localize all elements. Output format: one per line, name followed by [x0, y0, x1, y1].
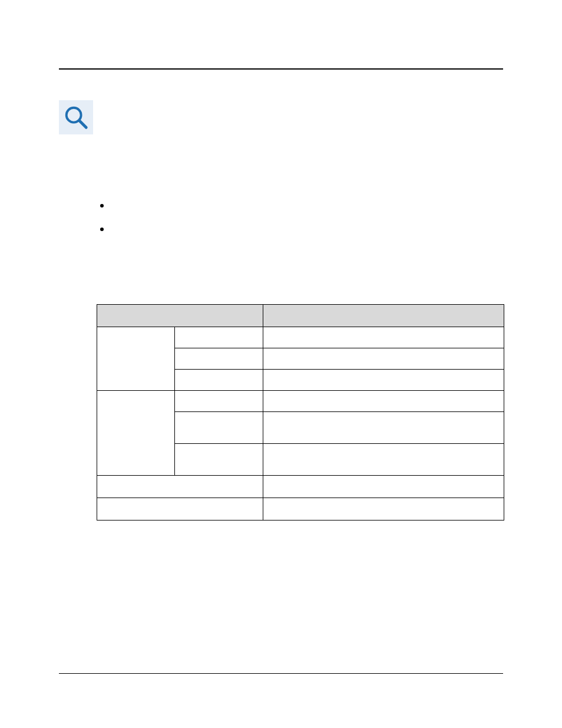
table-cell [263, 327, 504, 348]
table-cell [263, 498, 504, 521]
svg-line-1 [80, 121, 87, 128]
table-cell [97, 476, 263, 498]
table-cell [263, 348, 504, 370]
table-row [97, 498, 504, 521]
table-row [97, 391, 504, 412]
table-cell [174, 348, 263, 370]
bottom-horizontal-rule [59, 673, 503, 674]
table-cell [263, 476, 504, 498]
table-cell [174, 412, 263, 444]
magnifier-icon-svg [62, 104, 90, 131]
list-item [100, 224, 114, 248]
table-cell [174, 391, 263, 412]
table-cell [97, 498, 263, 521]
table-cell-group [97, 327, 175, 391]
data-table [97, 304, 504, 521]
table-cell [263, 370, 504, 391]
magnifier-icon [59, 100, 93, 134]
table-header-cell [263, 305, 504, 327]
document-page [59, 0, 503, 728]
table-header-row [97, 305, 504, 327]
table-cell [174, 327, 263, 348]
table-cell [263, 412, 504, 444]
list-item [100, 200, 114, 224]
table-row [97, 476, 504, 498]
table-cell [263, 391, 504, 412]
table-cell [174, 444, 263, 476]
top-horizontal-rule [59, 68, 503, 70]
table-cell [174, 370, 263, 391]
bullet-list [100, 200, 114, 248]
table-row [97, 327, 504, 348]
table-cell [263, 444, 504, 476]
table-header-cell [97, 305, 263, 327]
table-cell-group [97, 391, 175, 476]
